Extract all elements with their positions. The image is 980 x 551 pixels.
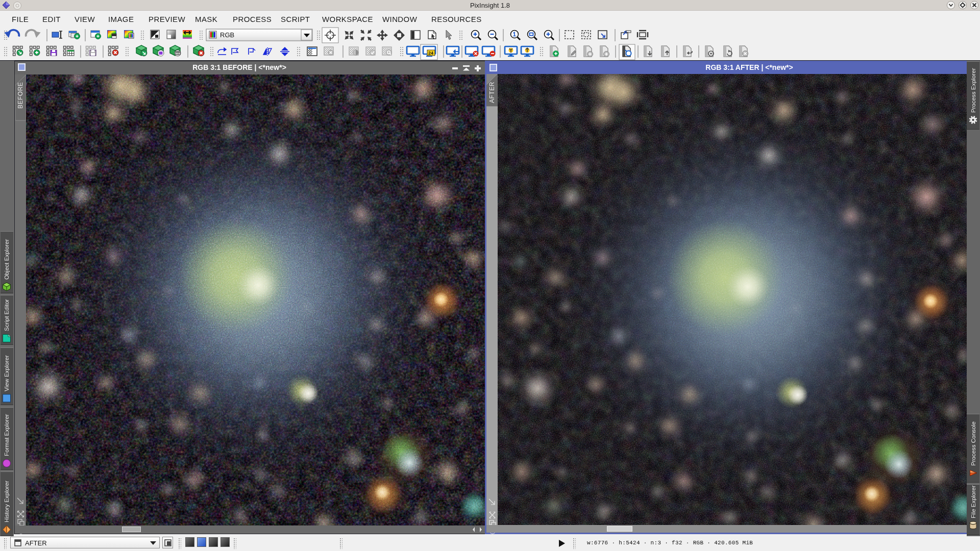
svg-text:View Explorer: View Explorer — [4, 355, 10, 391]
svg-text:RGB: RGB — [220, 31, 234, 39]
svg-text:Script Editor: Script Editor — [4, 299, 10, 331]
svg-text:File Explorer: File Explorer — [970, 485, 976, 518]
svg-text:24: 24 — [428, 51, 433, 56]
svg-text:Format Explorer: Format Explorer — [4, 414, 10, 456]
svg-text:Process Explorer: Process Explorer — [970, 68, 976, 113]
svg-text:Object Explorer: Object Explorer — [4, 239, 10, 280]
svg-text:Process Console: Process Console — [970, 421, 976, 466]
svg-text:History Explorer: History Explorer — [4, 481, 10, 522]
